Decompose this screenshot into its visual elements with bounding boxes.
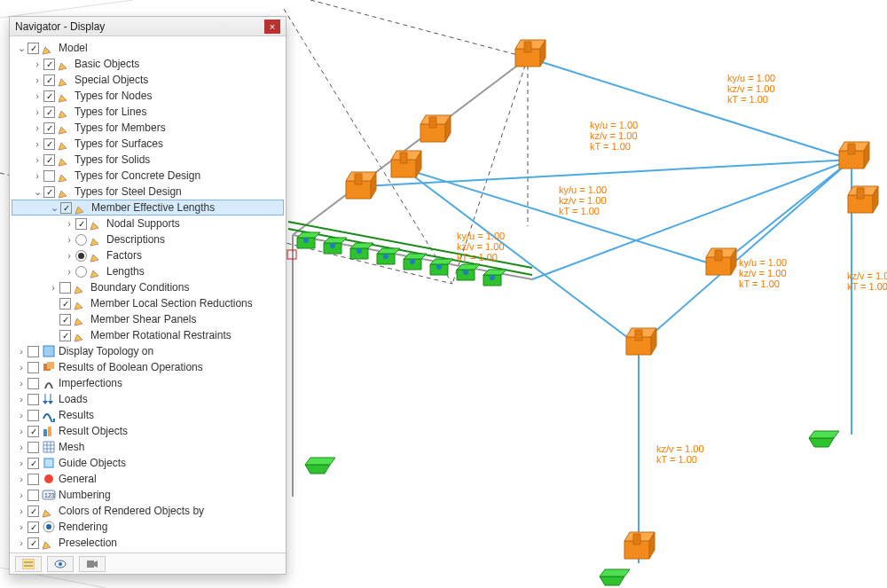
expand-icon[interactable]: › <box>15 490 27 500</box>
expand-icon[interactable]: › <box>31 154 43 165</box>
expand-icon[interactable]: ⌄ <box>31 186 43 198</box>
footer-eye-button[interactable] <box>47 556 74 572</box>
tree-node-factors[interactable]: ›Factors <box>12 247 284 263</box>
footer-views-button[interactable] <box>15 556 42 572</box>
tree-node-lengths[interactable]: ›Lengths <box>12 263 284 279</box>
checkbox[interactable]: ✓ <box>27 426 39 437</box>
tree-node-basic-objects[interactable]: ›✓Basic Objects <box>12 56 284 72</box>
checkbox[interactable]: ✓ <box>27 521 39 533</box>
expand-icon[interactable]: ⌄ <box>48 202 60 214</box>
checkbox[interactable]: ✓ <box>43 186 55 198</box>
tree-node-display-topology[interactable]: ›Display Topology on <box>12 343 284 359</box>
close-button[interactable]: × <box>264 20 280 34</box>
checkbox[interactable]: ✓ <box>27 537 39 549</box>
checkbox[interactable]: ✓ <box>43 59 55 70</box>
checkbox[interactable]: ✓ <box>43 138 55 150</box>
expand-icon[interactable]: › <box>15 426 27 436</box>
tree-node-types-solids[interactable]: ›✓Types for Solids <box>12 152 284 168</box>
tree-node-rot-restraints[interactable]: ✓Member Rotational Restraints <box>12 327 284 343</box>
checkbox[interactable] <box>27 474 39 485</box>
expand-icon[interactable]: › <box>15 442 27 452</box>
expand-icon[interactable]: › <box>63 250 75 261</box>
expand-icon[interactable]: › <box>15 410 27 420</box>
checkbox[interactable]: ✓ <box>59 314 71 325</box>
expand-icon[interactable]: › <box>15 346 27 357</box>
checkbox[interactable]: ✓ <box>43 122 55 134</box>
checkbox[interactable] <box>27 394 39 405</box>
checkbox[interactable]: ✓ <box>59 298 71 310</box>
expand-icon[interactable]: › <box>15 458 27 468</box>
checkbox[interactable]: ✓ <box>59 330 71 341</box>
tree-node-imperfections[interactable]: ›Imperfections <box>12 375 284 391</box>
checkbox[interactable]: ✓ <box>43 106 55 118</box>
checkbox[interactable] <box>27 362 39 373</box>
checkbox[interactable] <box>43 170 55 182</box>
tree-node-rendering[interactable]: ›✓Rendering <box>12 519 284 535</box>
tree-node-loads[interactable]: ›Loads <box>12 391 284 407</box>
checkbox[interactable]: ✓ <box>43 74 55 86</box>
checkbox[interactable]: ✓ <box>27 506 39 517</box>
tree-node-preselection[interactable]: ›✓Preselection <box>12 535 284 551</box>
checkbox[interactable]: ✓ <box>43 154 55 166</box>
expand-icon[interactable]: › <box>31 138 43 149</box>
tree-node-general[interactable]: ›General <box>12 471 284 487</box>
tree-node-member-effective-lengths[interactable]: ⌄✓Member Effective Lengths <box>12 200 284 216</box>
checkbox[interactable]: ✓ <box>43 90 55 102</box>
expand-icon[interactable]: › <box>63 266 75 277</box>
checkbox[interactable]: ✓ <box>75 218 87 230</box>
expand-icon[interactable]: ⌄ <box>15 43 27 54</box>
tree-node-types-members[interactable]: ›✓Types for Members <box>12 120 284 136</box>
tree-node-descriptions[interactable]: ›Descriptions <box>12 231 284 247</box>
tree-node-boundary-conditions[interactable]: ›Boundary Conditions <box>12 279 284 295</box>
expand-icon[interactable]: › <box>31 122 43 133</box>
tree-node-special-objects[interactable]: ›✓Special Objects <box>12 72 284 88</box>
tree-node-types-lines[interactable]: ›✓Types for Lines <box>12 104 284 120</box>
tree-node-types-surfaces[interactable]: ›✓Types for Surfaces <box>12 136 284 152</box>
radio[interactable] <box>75 234 87 246</box>
tree-node-types-concrete[interactable]: ›Types for Concrete Design <box>12 168 284 184</box>
tree-node-colors-rendered[interactable]: ›✓Colors of Rendered Objects by <box>12 503 284 519</box>
expand-icon[interactable]: › <box>63 234 75 245</box>
checkbox[interactable] <box>27 490 39 501</box>
checkbox[interactable] <box>27 346 39 357</box>
panel-titlebar[interactable]: Navigator - Display × <box>10 17 286 36</box>
checkbox[interactable] <box>27 378 39 389</box>
expand-icon[interactable]: › <box>15 537 27 548</box>
expand-icon[interactable]: › <box>31 90 43 101</box>
tree-node-mesh[interactable]: ›Mesh <box>12 439 284 455</box>
tree-node-numbering[interactable]: ›123Numbering <box>12 487 284 503</box>
tree-node-model[interactable]: ⌄ ✓ Model <box>12 40 284 56</box>
expand-icon[interactable]: › <box>47 282 59 293</box>
tree-node-nodal-supports[interactable]: ›✓Nodal Supports <box>12 216 284 231</box>
tree-node-shear-panels[interactable]: ✓Member Shear Panels <box>12 311 284 327</box>
radio[interactable] <box>75 266 87 278</box>
checkbox[interactable]: ✓ <box>60 202 72 214</box>
expand-icon[interactable]: › <box>15 474 27 484</box>
tree-node-results[interactable]: ›Results <box>12 407 284 423</box>
checkbox[interactable] <box>27 442 39 453</box>
tree-node-types-nodes[interactable]: ›✓Types for Nodes <box>12 88 284 104</box>
footer-video-button[interactable] <box>79 556 106 572</box>
tree-node-types-steel[interactable]: ⌄✓Types for Steel Design <box>12 184 284 200</box>
tree-node-local-section-reductions[interactable]: ✓Member Local Section Reductions <box>12 295 284 311</box>
expand-icon[interactable]: › <box>31 170 43 181</box>
radio[interactable] <box>75 250 87 262</box>
expand-icon[interactable]: › <box>31 106 43 117</box>
tree-node-boolean-ops[interactable]: ›Results of Boolean Operations <box>12 359 284 375</box>
checkbox[interactable] <box>59 282 71 294</box>
expand-icon[interactable]: › <box>15 394 27 404</box>
expand-icon[interactable]: › <box>15 521 27 532</box>
expand-icon[interactable]: › <box>15 506 27 516</box>
expand-icon[interactable]: › <box>15 362 27 372</box>
tree-node-result-objects[interactable]: ›✓Result Objects <box>12 423 284 439</box>
expand-icon[interactable]: › <box>31 74 43 85</box>
expand-icon[interactable]: › <box>31 59 43 69</box>
expand-icon[interactable]: › <box>15 378 27 388</box>
checkbox[interactable] <box>27 410 39 421</box>
checkbox[interactable]: ✓ <box>27 43 39 54</box>
pencil-icon <box>74 328 88 342</box>
expand-icon[interactable]: › <box>63 218 75 229</box>
tree-view[interactable]: ⌄ ✓ Model ›✓Basic Objects ›✓Special Obje… <box>10 36 286 551</box>
checkbox[interactable]: ✓ <box>27 458 39 469</box>
tree-node-guide-objects[interactable]: ›✓Guide Objects <box>12 455 284 471</box>
